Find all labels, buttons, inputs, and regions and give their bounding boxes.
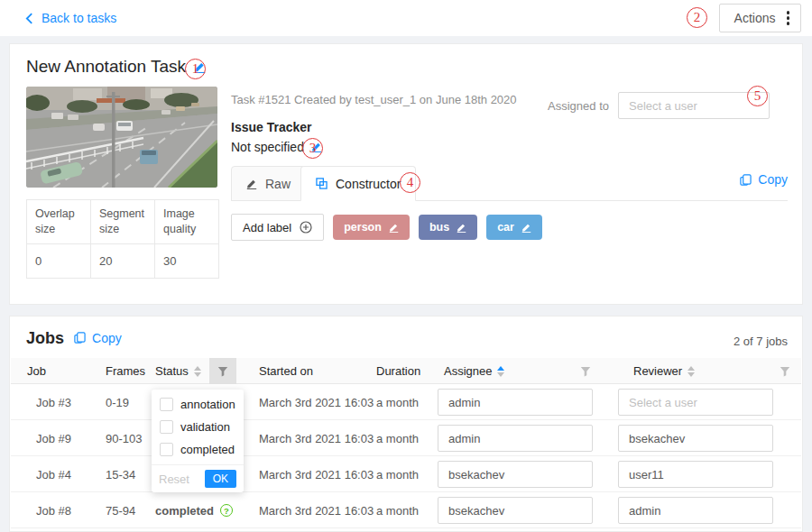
col-duration: Duration <box>376 358 420 384</box>
assignee-select[interactable] <box>438 389 593 416</box>
job-link[interactable]: Job #8 <box>36 492 71 528</box>
edit-label-car-icon[interactable] <box>521 223 531 233</box>
col-status-label: Status <box>155 364 189 378</box>
started-cell: March 3rd 2021 16:03 <box>259 456 374 492</box>
started-cell: March 3rd 2021 16:03 <box>259 384 374 420</box>
labels-tabs-bar: Raw Constructor Copy <box>231 165 788 201</box>
label-tag-bus-name: bus <box>429 221 449 234</box>
col-reviewer[interactable]: Reviewer <box>633 358 695 384</box>
label-tag-car-name: car <box>497 221 514 234</box>
reviewer-input[interactable] <box>618 497 773 524</box>
label-tag-bus[interactable]: bus <box>419 215 477 240</box>
tab-raw[interactable]: Raw <box>231 166 306 201</box>
edit-label-bus-icon[interactable] <box>457 223 466 233</box>
copy-label: Copy <box>758 172 788 187</box>
filter-icon-reviewer[interactable] <box>771 358 798 384</box>
param-value-overlap: 0 <box>27 243 91 278</box>
reviewer-input[interactable] <box>618 389 773 416</box>
label-tag-person[interactable]: person <box>333 215 410 240</box>
jobs-title-row: Jobs Copy <box>26 329 122 348</box>
jobs-copy-button[interactable]: Copy <box>74 331 122 345</box>
frames-cell: 15-34 <box>106 456 135 492</box>
status-text: completed <box>155 504 214 518</box>
col-frames: Frames <box>106 358 145 384</box>
col-assignee-label: Assignee <box>444 364 492 378</box>
assignee-select[interactable] <box>438 497 593 524</box>
question-circle-icon[interactable]: ? <box>220 504 233 517</box>
jobs-copy-label: Copy <box>92 331 122 345</box>
col-assignee[interactable]: Assignee <box>444 358 504 384</box>
annotation-marker-1: 1 <box>185 59 206 79</box>
block-icon <box>316 178 328 189</box>
annotation-marker-4: 4 <box>400 172 420 193</box>
task-title: New Annotation Task <box>26 57 186 77</box>
param-value-quality: 30 <box>155 243 219 278</box>
jobs-title: Jobs <box>26 329 64 348</box>
sort-icon-status[interactable] <box>194 366 201 377</box>
table-row-job9: Job #9 90-103 March 3rd 2021 16:03 a mon… <box>11 420 801 456</box>
checkbox-completed[interactable] <box>160 443 173 456</box>
jobs-table-header: Job Frames Status Started on Duration As… <box>11 358 801 384</box>
back-label: Back to tasks <box>42 11 116 25</box>
checkbox-validation[interactable] <box>160 420 173 434</box>
job-link[interactable]: Job #3 <box>36 384 71 420</box>
assignee-input[interactable] <box>438 497 593 524</box>
task-params-table: Overlap size Segment size Image quality … <box>26 199 219 279</box>
assignee-select[interactable] <box>438 425 593 452</box>
filter-reset-button[interactable]: Reset <box>159 472 189 486</box>
annotation-marker-3: 3 <box>302 138 323 159</box>
assignee-select[interactable] <box>438 461 593 488</box>
param-header-segment: Segment size <box>91 200 155 244</box>
reviewer-input[interactable] <box>618 425 773 452</box>
label-tag-person-name: person <box>344 221 382 234</box>
duration-cell: a month <box>376 420 419 456</box>
filter-icon-assignee[interactable] <box>572 358 599 384</box>
assignee-input[interactable] <box>438 425 593 452</box>
col-reviewer-label: Reviewer <box>633 364 682 378</box>
job-link[interactable]: Job #9 <box>36 420 71 456</box>
checkbox-annotation[interactable] <box>160 398 173 411</box>
duration-cell: a month <box>376 456 419 492</box>
sort-icon-reviewer[interactable] <box>687 366 695 377</box>
pencil-icon <box>246 179 257 189</box>
reviewer-select[interactable] <box>618 497 773 524</box>
table-row-job8: Job #8 75-94 completed ? March 3rd 2021 … <box>11 492 801 528</box>
task-preview-image <box>26 87 217 188</box>
duration-cell: a month <box>376 492 419 528</box>
assignee-input[interactable] <box>438 461 593 488</box>
issue-tracker-label: Issue Tracker <box>231 120 312 134</box>
filter-option-annotation[interactable]: annotation <box>152 393 244 416</box>
reviewer-select[interactable] <box>618 425 773 452</box>
back-to-tasks-link[interactable]: Back to tasks <box>25 0 116 36</box>
actions-button[interactable]: Actions <box>719 4 801 32</box>
tab-constructor-label: Constructor <box>336 177 401 191</box>
issue-tracker-value: Not specified <box>231 140 304 154</box>
filter-option-completed[interactable]: completed <box>152 438 244 461</box>
assignee-input[interactable] <box>438 389 593 416</box>
edit-label-person-icon[interactable] <box>389 223 399 233</box>
labels-copy-button[interactable]: Copy <box>740 172 788 187</box>
reviewer-select[interactable] <box>618 389 773 416</box>
started-cell: March 3rd 2021 16:03 <box>259 492 374 528</box>
col-status[interactable]: Status <box>155 358 201 384</box>
frames-cell: 75-94 <box>106 492 135 528</box>
reviewer-select[interactable] <box>618 461 773 488</box>
actions-label: Actions <box>734 11 776 25</box>
filter-option-validation[interactable]: validation <box>152 416 244 438</box>
reviewer-input[interactable] <box>618 461 773 488</box>
task-title-row: New Annotation Task <box>26 57 206 77</box>
param-header-quality: Image quality <box>155 200 219 244</box>
filter-ok-button[interactable]: OK <box>205 470 236 488</box>
copy-icon <box>74 332 86 344</box>
more-vertical-icon <box>787 11 790 25</box>
col-job: Job <box>27 358 46 384</box>
filter-option-completed-label: completed <box>180 443 235 456</box>
param-header-overlap: Overlap size <box>27 200 91 244</box>
add-label-button[interactable]: Add label <box>231 214 324 241</box>
frames-cell: 90-103 <box>106 420 142 456</box>
sort-icon-assignee[interactable] <box>497 366 504 377</box>
label-tag-car[interactable]: car <box>486 215 542 240</box>
col-started: Started on <box>259 358 313 384</box>
job-link[interactable]: Job #4 <box>36 456 71 492</box>
filter-icon-status[interactable] <box>209 358 236 384</box>
